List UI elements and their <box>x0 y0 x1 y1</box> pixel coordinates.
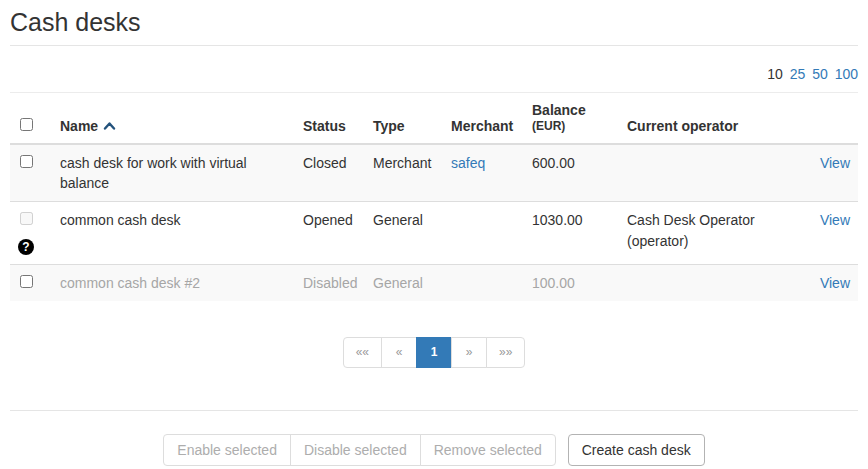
row1-operator <box>619 144 789 202</box>
pagination: «« « 1 » »» <box>10 337 858 367</box>
page-size-current: 10 <box>767 66 783 82</box>
disable-selected-button[interactable]: Disable selected <box>290 434 421 467</box>
row2-checkbox[interactable] <box>20 212 33 225</box>
header-balance-line2: (EUR) <box>532 119 611 135</box>
pagination-page-1[interactable]: 1 <box>416 337 452 367</box>
row1-merchant-cell: safeq <box>443 144 524 202</box>
enable-selected-button[interactable]: Enable selected <box>163 434 291 467</box>
header-type: Type <box>365 93 443 144</box>
row1-merchant-link[interactable]: safeq <box>451 155 485 171</box>
pagination-next-button[interactable]: » <box>451 337 487 367</box>
header-name[interactable]: Name <box>52 93 295 144</box>
row1-name: cash desk for work with virtual balance <box>52 144 295 202</box>
header-balance-line1: Balance <box>532 101 611 119</box>
page-size-option-25[interactable]: 25 <box>790 66 806 82</box>
pagination-last-button[interactable]: »» <box>486 337 525 367</box>
row3-view-cell: View <box>789 264 858 301</box>
row3-balance: 100.00 <box>524 264 619 301</box>
row3-name: common cash desk #2 <box>52 264 295 301</box>
row1-view-cell: View <box>789 144 858 202</box>
header-current-operator: Current operator <box>619 93 789 144</box>
header-actions <box>789 93 858 144</box>
pagination-first-button[interactable]: «« <box>343 337 382 367</box>
row2-operator: Cash Desk Operator (operator) <box>619 202 789 265</box>
header-status: Status <box>295 93 365 144</box>
header-merchant: Merchant <box>443 93 524 144</box>
header-select-all <box>10 93 52 144</box>
bulk-actions-group: Enable selected Disable selected Remove … <box>163 434 556 467</box>
page-title: Cash desks <box>10 8 858 46</box>
row3-operator <box>619 264 789 301</box>
page-size-option-50[interactable]: 50 <box>812 66 828 82</box>
header-name-label: Name <box>60 118 98 134</box>
row1-status: Closed <box>295 144 365 202</box>
row2-merchant-cell <box>443 202 524 265</box>
header-balance: Balance (EUR) <box>524 93 619 144</box>
row2-type: General <box>365 202 443 265</box>
row3-type: General <box>365 264 443 301</box>
row2-name: common cash desk <box>52 202 295 265</box>
row1-type: Merchant <box>365 144 443 202</box>
row1-select-cell <box>10 144 52 202</box>
cash-desks-table: Name Status Type Merchant Balance (EUR) … <box>10 92 858 301</box>
row3-status: Disabled <box>295 264 365 301</box>
row3-merchant-cell <box>443 264 524 301</box>
table-header-row: Name Status Type Merchant Balance (EUR) … <box>10 93 858 144</box>
page-size-option-100[interactable]: 100 <box>835 66 858 82</box>
row3-view-link[interactable]: View <box>820 275 850 291</box>
caret-up-icon <box>103 116 116 134</box>
row2-view-cell: View <box>789 202 858 265</box>
row2-view-link[interactable]: View <box>820 212 850 228</box>
footer-divider <box>10 410 858 411</box>
row2-select-cell: ? <box>10 202 52 265</box>
question-mark-icon[interactable]: ? <box>18 239 34 255</box>
row3-select-cell <box>10 264 52 301</box>
row2-balance: 1030.00 <box>524 202 619 265</box>
table-row: common cash desk #2 Disabled General 100… <box>10 264 858 301</box>
row1-view-link[interactable]: View <box>820 155 850 171</box>
row2-status: Opened <box>295 202 365 265</box>
page-container: Cash desks 10 25 50 100 Name Status Type… <box>0 8 868 466</box>
remove-selected-button[interactable]: Remove selected <box>420 434 556 467</box>
page-size-selector: 10 25 50 100 <box>10 66 858 82</box>
table-row: cash desk for work with virtual balance … <box>10 144 858 202</box>
row1-checkbox[interactable] <box>20 155 33 168</box>
select-all-checkbox[interactable] <box>20 118 33 131</box>
create-cash-desk-button[interactable]: Create cash desk <box>568 434 705 467</box>
pagination-prev-button[interactable]: « <box>381 337 417 367</box>
row1-balance: 600.00 <box>524 144 619 202</box>
footer-actions: Enable selected Disable selected Remove … <box>10 434 858 467</box>
row3-checkbox[interactable] <box>20 275 33 288</box>
table-row: ? common cash desk Opened General 1030.0… <box>10 202 858 265</box>
